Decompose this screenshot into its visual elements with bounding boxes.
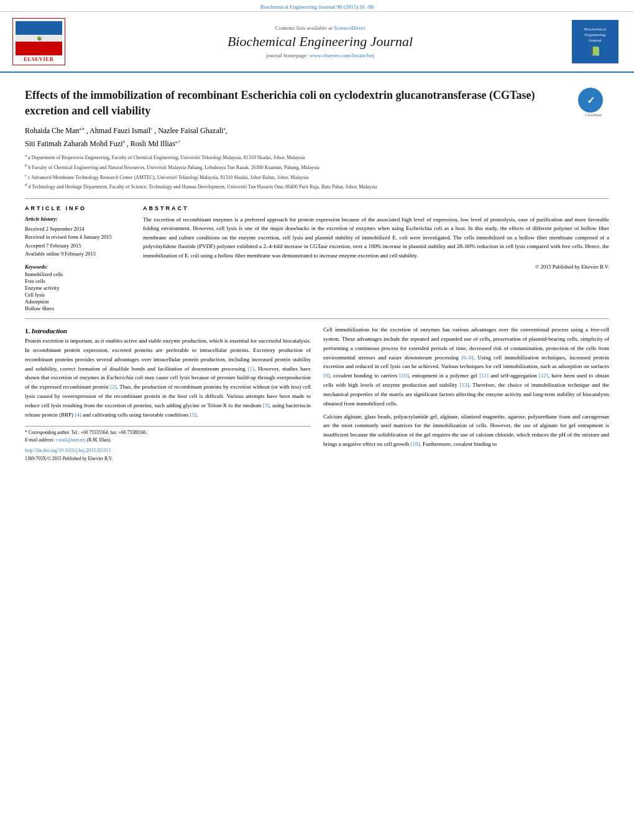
page-wrapper: Biochemical Engineering Journal 98 (2015… [0, 0, 634, 840]
journal-header: 🌳 ELSEVIER Contents lists available at S… [0, 12, 634, 73]
received-date: Received 2 September 2014 [25, 225, 131, 234]
body-right-para2: Calcium alginate, glass beads, polyacryl… [323, 412, 609, 449]
author5-sup: a,* [175, 139, 180, 144]
ref12: [12] [539, 372, 548, 379]
body-columns: 1. Introduction Protein excretion is imp… [25, 325, 609, 463]
author5-name: , Rosli Md Illias [127, 139, 175, 148]
sciencedirect-text: Contents lists available at ScienceDirec… [81, 25, 559, 31]
ref4: [4] [75, 412, 81, 418]
keyword-1: Immobilized cells [25, 271, 131, 277]
article-title: Effects of the immobilization of recombi… [25, 88, 609, 119]
ref2: [2] [110, 384, 117, 390]
keyword-2: Free cells [25, 278, 131, 284]
logo-line1: Biochemical [584, 27, 606, 32]
article-history: Article history: Received 2 September 20… [25, 215, 131, 259]
authors-line: Rohaida Che Mana,b , Ahmad Fauzi Ismailc… [25, 126, 609, 136]
author4-name: Siti Fatimah Zaharah Mohd Fuzi [25, 139, 122, 148]
body-right-para1: Cell immobilization for the excretion of… [323, 325, 609, 408]
affiliation-d: d d Technology and Heritage Department, … [25, 182, 609, 191]
ref3: [3] [263, 402, 270, 408]
email-link[interactable]: r-rosli@utm.my [56, 437, 86, 443]
author1-name: Rohaida Che Man [25, 126, 79, 135]
journal-logo-box: Biochemical Engineering Journal 📗 [572, 20, 618, 63]
crossmark-icon: ✓ [578, 88, 603, 113]
article-info-abstract: ARTICLE INFO Article history: Received 2… [25, 198, 609, 312]
accepted-date: Accepted 7 February 2015 [25, 242, 131, 251]
body-left-col: 1. Introduction Protein excretion is imp… [25, 325, 311, 463]
journal-homepage: journal homepage: www.elsevier.com/locat… [81, 52, 559, 58]
ref6-8: [6–8] [461, 354, 474, 361]
ref5: [5] [190, 412, 196, 418]
ref10: [10] [400, 372, 409, 379]
received-revised: Received in revised form 4 January 2015 [25, 233, 131, 242]
abstract-header: ABSTRACT [143, 205, 609, 211]
doi-link[interactable]: http://dx.doi.org/10.1016/j.bej.2015.02.… [25, 448, 111, 453]
author4-sup: d [122, 139, 125, 144]
footnote-star: * Corresponding author. Tel.: +60 755355… [25, 429, 311, 436]
issn-line: 1369-703X/© 2015 Published by Elsevier B… [25, 455, 311, 463]
affiliation-c: c c Advanced Membrane Technology Researc… [25, 172, 609, 182]
keywords-label: Keywords: [25, 264, 131, 270]
title-row: Effects of the immobilization of recombi… [25, 88, 609, 119]
keyword-5: Adsorption [25, 298, 131, 305]
elsevier-logo: 🌳 ELSEVIER [12, 18, 68, 65]
footnote-email: E-mail address: r-rosli@utm.my (R.M. Ill… [25, 436, 311, 444]
article-info-header: ARTICLE INFO [25, 205, 131, 211]
author2-name: , Ahmad Fauzi Ismail [86, 126, 150, 135]
ref1: [1] [248, 366, 255, 372]
keyword-4: Cell lysis [25, 292, 131, 298]
abstract-text: The excretion of recombinant enzymes is … [143, 215, 609, 260]
ref13: [13] [459, 382, 469, 388]
main-content: Effects of the immobilization of recombi… [0, 73, 634, 469]
keyword-3: Enzyme activity [25, 285, 131, 291]
header-center: Contents lists available at ScienceDirec… [81, 25, 559, 58]
elsevier-label: ELSEVIER [16, 57, 62, 62]
logo-line2: Engineering [584, 32, 606, 38]
authors-line2: Siti Fatimah Zaharah Mohd Fuzid , Rosli … [25, 139, 609, 149]
author1-sup: a,b [79, 126, 84, 131]
history-label: Article history: [25, 215, 131, 224]
doi-area: http://dx.doi.org/10.1016/j.bej.2015.02.… [25, 446, 311, 455]
keywords-section: Keywords: Immobilized cells Free cells E… [25, 264, 131, 312]
crossmark-logo: ✓ CrossMark [578, 88, 609, 119]
sciencedirect-link[interactable]: ScienceDirect [334, 25, 365, 31]
keyword-6: Hollow fibers [25, 305, 131, 312]
article-info-col: ARTICLE INFO Article history: Received 2… [25, 205, 131, 312]
author3-name: , Nazlee Faisal Ghazali [154, 126, 223, 135]
ref10b: [10] [411, 441, 420, 447]
body-divider [25, 318, 609, 319]
author3-comma: , [226, 126, 227, 135]
body-left-para1: Protein excretion is important, as it en… [25, 336, 311, 420]
logo-line3: Journal [584, 38, 606, 44]
journal-logo-right: Biochemical Engineering Journal 📗 [572, 20, 622, 63]
author2-sup: c [150, 126, 152, 131]
body-right-col: Cell immobilization for the excretion of… [323, 325, 609, 463]
homepage-link[interactable]: www.elsevier.com/locate/bej [310, 52, 374, 58]
affiliation-b: b b Faculty of Chemical Engineering and … [25, 162, 609, 172]
journal-reference-bar: Biochemical Engineering Journal 98 (2015… [0, 0, 634, 12]
ref9: [9] [323, 372, 330, 379]
abstract-col: ABSTRACT The excretion of recombinant en… [143, 205, 609, 312]
affiliation-a: a a Department of Bioprocess Engineering… [25, 152, 609, 162]
section1-title: 1. Introduction [25, 325, 311, 336]
copyright: © 2015 Published by Elsevier B.V. [143, 264, 609, 270]
affiliations: a a Department of Bioprocess Engineering… [25, 152, 609, 191]
journal-reference: Biochemical Engineering Journal 98 (2015… [260, 4, 374, 10]
available-online: Available online 9 February 2015 [25, 250, 131, 259]
journal-title: Biochemical Engineering Journal [81, 34, 559, 50]
footnote-area: * Corresponding author. Tel.: +60 755355… [25, 426, 311, 463]
email-name: (R.M. Illias). [87, 437, 111, 443]
ref11: [11] [479, 372, 489, 379]
